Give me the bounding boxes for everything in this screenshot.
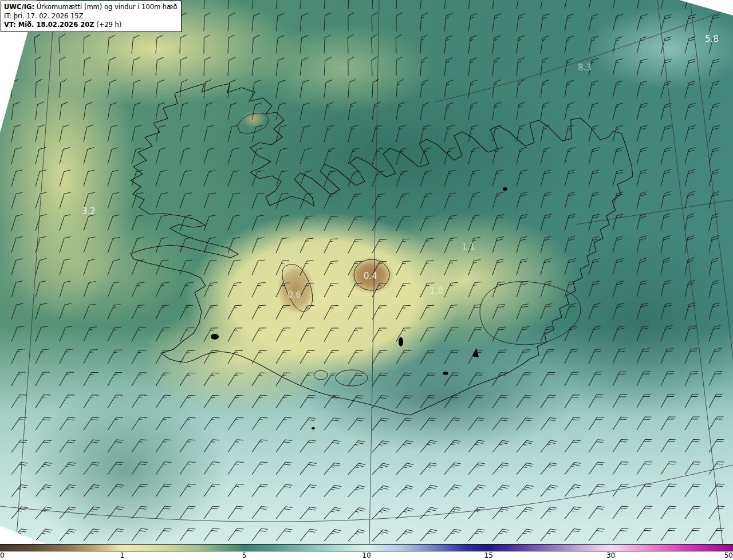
map-canvas: 5.88.33.21.10.40.61.0 UWC/IG: Úrkomumætt… bbox=[0, 0, 733, 544]
product-id: UWC/IG: bbox=[4, 3, 34, 11]
vestmannaeyjar-island bbox=[312, 427, 315, 429]
graticule-meridian bbox=[690, 0, 733, 544]
colorbar-tick-label: 1 bbox=[120, 551, 125, 559]
title-box: UWC/IG: Úrkomumætti (mm) og vindur i 100… bbox=[1, 1, 182, 32]
glacier-contour-eyjafjallajokull bbox=[314, 370, 328, 380]
contour-value-label: 0.6 bbox=[287, 290, 301, 300]
contour-value-label: 1.0 bbox=[429, 286, 443, 296]
glacier-contour-myrdalsjokull bbox=[336, 370, 368, 386]
colorbar: 01510153050 bbox=[0, 544, 733, 560]
contour-labels-layer: 5.88.33.21.10.40.61.0 bbox=[82, 34, 719, 300]
colorbar-tick-label: 30 bbox=[606, 551, 615, 559]
colorbar-tick-label: 0 bbox=[0, 551, 5, 559]
graticule-meridian bbox=[657, 0, 723, 544]
contour-value-label: 5.8 bbox=[705, 34, 719, 44]
title-line-valid-time: VT: Mið. 18.02.2026 20Z (+29 h) bbox=[4, 21, 178, 30]
colorbar-tick-label: 10 bbox=[362, 551, 371, 559]
lead-time: (+29 h) bbox=[94, 21, 121, 29]
graticule-parallel bbox=[576, 200, 733, 224]
colorbar-tick-label: 50 bbox=[724, 551, 733, 559]
valid-time: VT: Mið. 18.02.2026 20Z bbox=[4, 21, 94, 29]
glacier-contours bbox=[238, 113, 581, 386]
title-line-product: UWC/IG: Úrkomumætti (mm) og vindur i 100… bbox=[4, 3, 178, 12]
colorbar-gradient bbox=[0, 544, 733, 551]
colorbar-tick-label: 5 bbox=[242, 551, 247, 559]
contour-value-label: 1.1 bbox=[462, 242, 475, 252]
title-line-init-time: IT: þri. 17. 02. 2026 15Z bbox=[4, 12, 178, 21]
contour-value-label: 0.4 bbox=[364, 271, 377, 281]
product-description: Úrkomumætti (mm) og vindur i 100m hæð bbox=[34, 3, 178, 11]
colorbar-tick-label: 15 bbox=[484, 551, 493, 559]
graticule-parallel bbox=[435, 8, 733, 102]
contour-value-label: 3.2 bbox=[82, 206, 96, 216]
map-domain-wedge-bottom-left bbox=[0, 526, 46, 544]
lakes bbox=[211, 187, 507, 429]
coastal-lagoon bbox=[443, 372, 448, 375]
lake-thorisvatn bbox=[399, 337, 403, 346]
contour-value-label: 8.3 bbox=[578, 62, 592, 73]
map-overlay: 5.88.33.21.10.40.61.0 bbox=[0, 0, 733, 544]
colorbar-ticks: 01510153050 bbox=[0, 551, 733, 560]
lake-myvatn bbox=[503, 187, 507, 191]
map-domain-wedge-top-right bbox=[679, 0, 733, 15]
weather-map-product: 5.88.33.21.10.40.61.0 UWC/IG: Úrkomumætt… bbox=[0, 0, 733, 560]
glacier-contour-langjokull bbox=[282, 265, 313, 311]
lake-thingvallavatn bbox=[211, 334, 219, 340]
graticule-meridian bbox=[16, 23, 53, 544]
